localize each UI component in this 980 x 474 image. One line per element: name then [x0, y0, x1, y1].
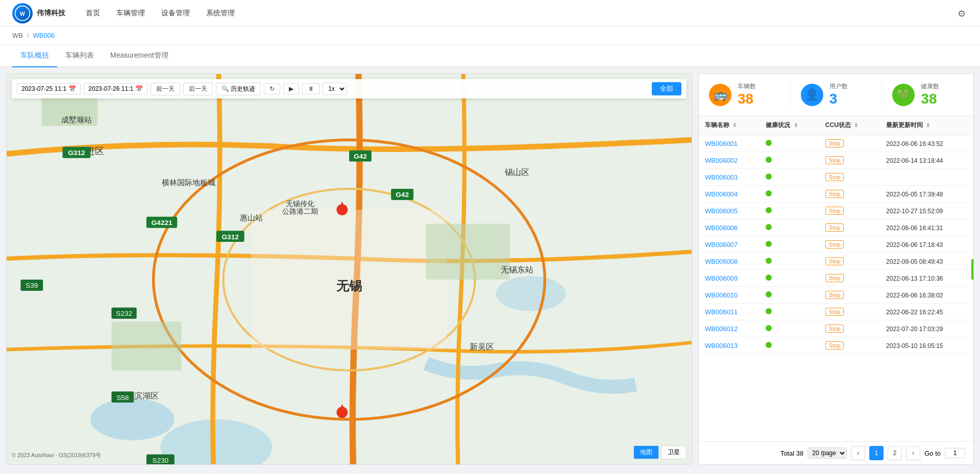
tab-fleet-overview[interactable]: 车队概括: [12, 45, 57, 67]
vehicle-name-link[interactable]: WB006006: [705, 224, 738, 232]
stop-badge: Stop: [825, 274, 844, 282]
breadcrumb: WB / WB006: [0, 27, 980, 45]
svg-text:无锡: 无锡: [336, 279, 362, 293]
col-vehicle-name[interactable]: 车辆名称 ⇕: [699, 116, 760, 135]
ccu-status-cell: Stop: [819, 287, 880, 304]
health-dot: [766, 224, 772, 230]
map-copyright: © 2023 AutoNavi · GS(2019)6379号: [12, 452, 101, 459]
refresh-button[interactable]: ↻: [264, 83, 280, 94]
health-count-value: 38: [921, 91, 939, 107]
stop-badge: Stop: [825, 139, 844, 147]
track-history-button[interactable]: 🔍 历史轨迹: [216, 83, 261, 95]
health-status-cell: [760, 337, 819, 354]
per-page-select[interactable]: 20 /page: [807, 447, 847, 459]
logo: W 伟博科技: [12, 3, 65, 23]
vehicle-name-link[interactable]: WB006013: [705, 342, 738, 350]
svg-text:G42: G42: [396, 191, 409, 198]
health-dot: [766, 140, 772, 146]
date-start-value: 2023-07-25 11:1: [21, 85, 66, 92]
tab-measurement[interactable]: Measurement管理: [102, 45, 177, 67]
prev-day-button[interactable]: 前一天: [151, 83, 180, 95]
goto-input[interactable]: 1: [945, 448, 965, 458]
vehicle-name-link[interactable]: WB006002: [705, 157, 738, 164]
vehicle-name-link[interactable]: WB006007: [705, 241, 738, 248]
nav-device[interactable]: 设备管理: [161, 7, 190, 20]
svg-text:滨湖区: 滨湖区: [134, 391, 159, 400]
prev-page-button[interactable]: ‹: [851, 446, 865, 460]
nav-home[interactable]: 首页: [86, 7, 100, 20]
play-button[interactable]: ▶: [283, 83, 299, 94]
timestamp: 2022-10-27 15:52:09: [886, 208, 943, 215]
col-ccu-status[interactable]: CCU状态 ⇕: [819, 116, 880, 135]
settings-icon[interactable]: ⚙: [958, 8, 968, 18]
ccu-status-cell: Stop: [819, 337, 880, 354]
next-day-button[interactable]: 后一天: [183, 83, 213, 95]
breadcrumb-root[interactable]: WB: [12, 32, 23, 39]
all-button[interactable]: 全部: [652, 82, 681, 95]
tabs: 车队概括 车辆列表 Measurement管理: [0, 45, 980, 67]
vehicle-name-link[interactable]: WB006005: [705, 207, 738, 215]
col-health-status[interactable]: 健康状况 ⇕: [760, 116, 819, 135]
vehicle-name-cell: WB006013: [699, 337, 760, 354]
svg-text:横林国际地板城: 横林国际地板城: [162, 178, 215, 187]
vehicle-name-link[interactable]: WB006004: [705, 190, 738, 198]
svg-point-3: [90, 398, 174, 440]
table-row: WB006009 Stop 2022-06-13 17:10:36: [699, 270, 973, 287]
calendar-icon-2: 📅: [135, 85, 143, 92]
update-time-cell: 2022-06-14 13:18:44: [880, 152, 973, 169]
vehicle-name-cell: WB006011: [699, 304, 760, 320]
vehicle-name-cell: WB006008: [699, 253, 760, 270]
vehicle-name-link[interactable]: WB006001: [705, 140, 738, 147]
map-type-satellite-button[interactable]: 卫星: [661, 445, 687, 459]
nav-vehicle[interactable]: 车辆管理: [116, 7, 145, 20]
vehicle-name-link[interactable]: WB006003: [705, 173, 738, 181]
main-content: 无锡 武进区 滨湖区 锡山区 新吴区 无锡东站 G312 G4221 G312 …: [0, 67, 980, 471]
page-1-button[interactable]: 1: [869, 446, 884, 460]
user-stat-info: 用户数 3: [829, 82, 848, 107]
update-time-cell: 2022-06-06 17:18:43: [880, 236, 973, 253]
health-dot: [766, 308, 772, 314]
svg-rect-11: [426, 223, 510, 280]
vehicle-name-link[interactable]: WB006012: [705, 325, 738, 333]
svg-text:S39: S39: [26, 282, 38, 289]
vehicle-name-link[interactable]: WB006010: [705, 291, 738, 299]
pause-button[interactable]: ⏸: [302, 83, 320, 94]
stat-divider-1: [790, 82, 791, 107]
date-end-value: 2023-07-26 11:1: [88, 85, 133, 92]
svg-text:锡山区: 锡山区: [504, 167, 529, 177]
next-page-button[interactable]: ›: [906, 446, 920, 460]
vehicle-count-value: 38: [738, 91, 756, 107]
health-count-label: 健康数: [921, 82, 939, 91]
svg-text:惠山站: 惠山站: [239, 213, 263, 222]
map-background[interactable]: 无锡 武进区 滨湖区 锡山区 新吴区 无锡东站 G312 G4221 G312 …: [7, 74, 692, 464]
speed-select[interactable]: 1x: [323, 83, 347, 95]
ccu-status-cell: Stop: [819, 135, 880, 152]
tab-vehicle-list[interactable]: 车辆列表: [57, 45, 102, 67]
table-row: WB006002 Stop 2022-06-14 13:18:44: [699, 152, 973, 169]
health-status-cell: [760, 304, 819, 320]
sort-icon-ccu: ⇕: [854, 122, 858, 128]
health-status-cell: [760, 320, 819, 337]
date-start-input[interactable]: 2023-07-25 11:1 📅: [17, 83, 81, 94]
svg-rect-10: [111, 321, 181, 370]
vehicle-count-label: 车辆数: [738, 82, 756, 91]
timestamp: 2022-06-06 17:18:43: [886, 241, 943, 248]
svg-text:S232: S232: [116, 310, 132, 317]
vehicle-name-link[interactable]: WB006011: [705, 308, 738, 316]
vehicle-name-link[interactable]: WB006009: [705, 275, 738, 282]
vehicle-name-link[interactable]: WB006008: [705, 258, 738, 265]
nav-system[interactable]: 系统管理: [206, 7, 235, 20]
table-body: WB006001 Stop 2022-06-06 16:43:52 WB0060…: [699, 135, 973, 354]
col-update-time[interactable]: 最新更新时间 ⇕: [880, 116, 973, 135]
update-time-cell: [880, 169, 973, 186]
date-end-input[interactable]: 2023-07-26 11:1 📅: [84, 83, 148, 94]
vehicle-name-cell: WB006007: [699, 236, 760, 253]
health-count-card: 💚 健康数 38: [892, 82, 963, 107]
page-2-button[interactable]: 2: [888, 446, 902, 460]
breadcrumb-current: WB006: [33, 32, 55, 39]
map-type-map-button[interactable]: 地图: [633, 445, 659, 459]
table-row: WB006005 Stop 2022-10-27 15:52:09: [699, 203, 973, 219]
stop-badge: Stop: [825, 207, 844, 215]
svg-point-5: [496, 276, 566, 311]
map-toolbar: 2023-07-25 11:1 📅 2023-07-26 11:1 📅 前一天 …: [12, 79, 687, 98]
